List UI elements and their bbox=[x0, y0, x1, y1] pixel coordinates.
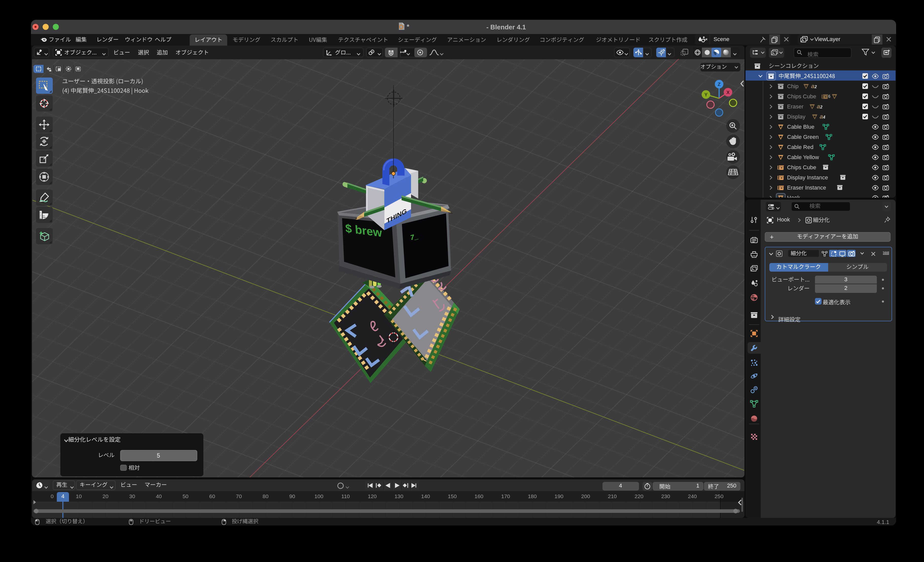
svg-text:Z: Z bbox=[717, 82, 720, 87]
svg-text:Y: Y bbox=[704, 92, 708, 97]
svg-text:X: X bbox=[726, 90, 729, 95]
